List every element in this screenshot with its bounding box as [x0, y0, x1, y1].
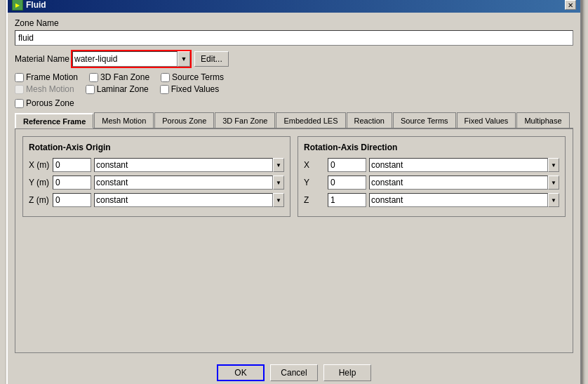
source-terms-checkbox[interactable]	[161, 73, 170, 82]
help-button[interactable]: Help	[323, 364, 371, 381]
mesh-motion-checkbox-label[interactable]: Mesh Motion	[15, 84, 74, 94]
origin-z-input[interactable]	[53, 193, 91, 207]
3d-fan-zone-label: 3D Fan Zone	[100, 72, 149, 82]
3d-fan-zone-checkbox[interactable]	[89, 73, 98, 82]
fixed-values-checkbox[interactable]	[160, 85, 169, 94]
rotation-axis-direction-panel: Rotation-Axis Direction X constant ▼	[298, 136, 566, 217]
tab-reference-frame[interactable]: Reference Frame	[15, 113, 93, 128]
rotation-axis-origin-title: Rotation-Axis Origin	[29, 143, 284, 152]
edit-button[interactable]: Edit...	[194, 51, 229, 67]
mesh-motion-label: Mesh Motion	[26, 84, 74, 94]
origin-z-select-wrapper: constant ▼	[94, 193, 284, 207]
tab-mesh-motion[interactable]: Mesh Motion	[94, 112, 154, 128]
fixed-values-label: Fixed Values	[171, 84, 219, 94]
origin-x-dropdown-btn[interactable]: ▼	[273, 158, 284, 172]
tab-content-reference-frame: Rotation-Axis Origin X (m) constant ▼	[15, 128, 573, 353]
direction-z-input[interactable]	[328, 193, 366, 207]
fixed-values-checkbox-label[interactable]: Fixed Values	[160, 84, 219, 94]
zone-name-label: Zone Name	[15, 18, 573, 28]
porous-zone-checkbox-label[interactable]: Porous Zone	[15, 98, 573, 108]
mesh-motion-checkbox	[15, 85, 24, 94]
origin-y-dropdown-btn[interactable]: ▼	[273, 176, 284, 190]
tab-fixed-values[interactable]: Fixed Values	[457, 112, 516, 128]
direction-y-dropdown-btn[interactable]: ▼	[548, 176, 559, 190]
dialog-title: Fluid	[26, 0, 46, 10]
origin-y-row: Y (m) constant ▼	[29, 176, 284, 190]
tab-source-terms[interactable]: Source Terms	[393, 112, 456, 128]
laminar-zone-checkbox[interactable]	[86, 85, 95, 94]
rotation-axis-direction-title: Rotation-Axis Direction	[304, 143, 559, 152]
title-bar-left: Fluid	[12, 0, 46, 11]
origin-x-label: X (m)	[29, 160, 50, 170]
zone-name-input[interactable]	[15, 30, 573, 46]
dialog-body: Zone Name Material Name water-liquid ▼ E…	[8, 13, 580, 359]
tab-reaction[interactable]: Reaction	[347, 112, 392, 128]
direction-x-label: X	[304, 160, 325, 170]
direction-y-input[interactable]	[328, 176, 366, 190]
direction-x-row: X constant ▼	[304, 158, 559, 172]
porous-zone-row: Porous Zone	[15, 98, 573, 108]
direction-z-select[interactable]: constant	[369, 193, 548, 207]
frame-motion-checkbox[interactable]	[15, 73, 24, 82]
material-select-wrapper: water-liquid ▼	[71, 50, 192, 68]
direction-z-select-wrapper: constant ▼	[369, 193, 559, 207]
tabs-container: Reference Frame Mesh Motion Porous Zone …	[15, 112, 573, 128]
origin-x-select[interactable]: constant	[94, 158, 273, 172]
frame-motion-label: Frame Motion	[26, 72, 78, 82]
direction-x-select-wrapper: constant ▼	[369, 158, 559, 172]
direction-z-label: Z	[304, 195, 325, 205]
material-row: Material Name water-liquid ▼ Edit...	[15, 50, 573, 68]
material-name-label: Material Name	[15, 54, 69, 64]
origin-x-row: X (m) constant ▼	[29, 158, 284, 172]
origin-y-select[interactable]: constant	[94, 176, 273, 190]
origin-y-input[interactable]	[53, 176, 91, 190]
ok-button[interactable]: OK	[217, 364, 265, 381]
direction-y-select[interactable]: constant	[369, 176, 548, 190]
origin-x-input[interactable]	[53, 158, 91, 172]
tab-multiphase[interactable]: Multiphase	[516, 112, 569, 128]
close-button[interactable]: ✕	[565, 0, 576, 10]
tab-porous-zone[interactable]: Porous Zone	[154, 112, 214, 128]
direction-x-select[interactable]: constant	[369, 158, 548, 172]
porous-zone-checkbox[interactable]	[15, 99, 24, 108]
source-terms-checkbox-label[interactable]: Source Terms	[161, 72, 224, 82]
origin-z-label: Z (m)	[29, 195, 50, 205]
origin-y-select-wrapper: constant ▼	[94, 176, 284, 190]
porous-zone-label: Porous Zone	[26, 98, 74, 108]
rotation-axis-origin-panel: Rotation-Axis Origin X (m) constant ▼	[22, 136, 290, 217]
laminar-zone-checkbox-label[interactable]: Laminar Zone	[86, 84, 149, 94]
laminar-zone-label: Laminar Zone	[97, 84, 149, 94]
direction-y-row: Y constant ▼	[304, 176, 559, 190]
fluid-icon	[12, 0, 23, 11]
material-select[interactable]: water-liquid	[72, 51, 178, 67]
origin-z-select[interactable]: constant	[94, 193, 273, 207]
tab-3d-fan-zone[interactable]: 3D Fan Zone	[215, 112, 275, 128]
direction-x-dropdown-btn[interactable]: ▼	[548, 158, 559, 172]
fluid-dialog: Fluid ✕ Zone Name Material Name water-li…	[6, 0, 582, 384]
checkboxes-row2: Mesh Motion Laminar Zone Fixed Values	[15, 84, 573, 94]
origin-z-dropdown-btn[interactable]: ▼	[273, 193, 284, 207]
title-bar: Fluid ✕	[8, 0, 580, 13]
source-terms-label: Source Terms	[172, 72, 224, 82]
material-dropdown-btn[interactable]: ▼	[178, 51, 190, 67]
direction-y-select-wrapper: constant ▼	[369, 176, 559, 190]
direction-z-dropdown-btn[interactable]: ▼	[548, 193, 559, 207]
dialog-footer: OK Cancel Help	[8, 359, 580, 384]
origin-z-row: Z (m) constant ▼	[29, 193, 284, 207]
origin-y-label: Y (m)	[29, 178, 50, 187]
checkboxes-row1: Frame Motion 3D Fan Zone Source Terms	[15, 72, 573, 82]
origin-x-select-wrapper: constant ▼	[94, 158, 284, 172]
cancel-button[interactable]: Cancel	[270, 364, 318, 381]
tab-embedded-les[interactable]: Embedded LES	[276, 112, 345, 128]
direction-z-row: Z constant ▼	[304, 193, 559, 207]
direction-x-input[interactable]	[328, 158, 366, 172]
direction-y-label: Y	[304, 178, 325, 187]
frame-motion-checkbox-label[interactable]: Frame Motion	[15, 72, 78, 82]
3d-fan-zone-checkbox-label[interactable]: 3D Fan Zone	[89, 72, 149, 82]
axis-panels: Rotation-Axis Origin X (m) constant ▼	[22, 136, 566, 217]
